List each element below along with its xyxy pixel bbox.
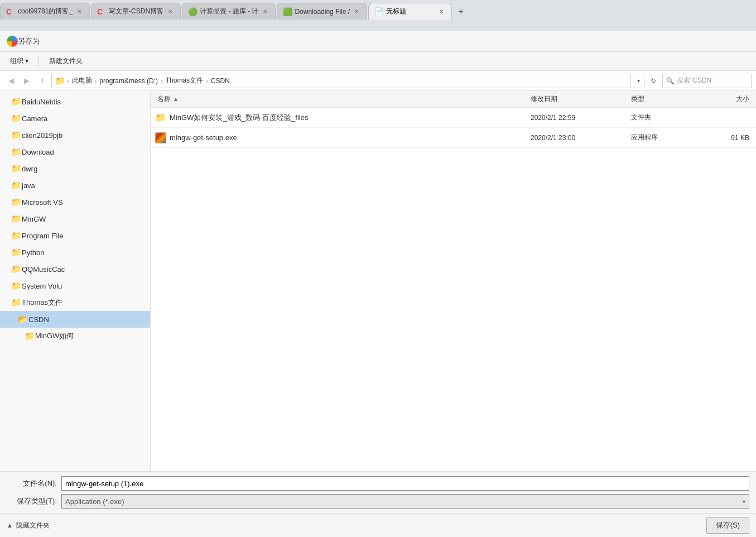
file-name-2: mingw-get-setup.exe bbox=[170, 133, 237, 142]
new-folder-button[interactable]: 新建文件夹 bbox=[44, 54, 88, 68]
tab-1-favicon: C bbox=[6, 7, 15, 16]
sidebar-item-label: java bbox=[22, 181, 35, 190]
file-column-header: 名称 ▲ 修改日期 类型 大小 bbox=[151, 91, 756, 108]
sidebar-item-programfiles[interactable]: 📁 Program File bbox=[0, 227, 150, 244]
file-dialog-content: 组织 ▾ 新建文件夹 ◀ ▶ ↑ 📁 › 此电脑 › program&mess … bbox=[0, 52, 756, 537]
refresh-button[interactable]: ↻ bbox=[647, 74, 660, 88]
tab-2[interactable]: C 写文章-CSDN博客 ✕ bbox=[91, 3, 181, 20]
file-name-1: MinGW如何安装_游戏_数码-百度经验_files bbox=[170, 113, 308, 123]
save-button[interactable]: 保存(S) bbox=[706, 517, 749, 534]
folder-icon: 📁 bbox=[11, 113, 22, 123]
folder-icon-open: 📂 bbox=[18, 314, 28, 324]
folder-icon: 📁 bbox=[11, 247, 22, 257]
sidebar-item-java[interactable]: 📁 java bbox=[0, 177, 150, 194]
sidebar-list: 📁 BaiduNetdis 📁 Camera 📁 clion2019pjb 📁 … bbox=[0, 91, 150, 347]
sidebar-item-baidunetdis[interactable]: 📁 BaiduNetdis bbox=[0, 93, 150, 110]
sidebar-item-clion[interactable]: 📁 clion2019pjb bbox=[0, 127, 150, 143]
search-icon: 🔍 bbox=[666, 77, 675, 85]
organize-button[interactable]: 组织 ▾ bbox=[4, 54, 34, 68]
sidebar-item-microsoft[interactable]: 📁 Microsoft VS bbox=[0, 194, 150, 210]
folder-icon: 📁 bbox=[11, 164, 22, 174]
col-type[interactable]: 类型 bbox=[629, 94, 696, 104]
forward-button[interactable]: ▶ bbox=[20, 74, 33, 88]
col-name[interactable]: 名称 ▲ bbox=[155, 94, 528, 104]
hidden-folders-toggle[interactable]: ▲ 隐藏文件夹 保存(S) bbox=[0, 513, 756, 537]
tab-1[interactable]: C cool99781的博客_ ✕ bbox=[0, 3, 90, 20]
sidebar-item-label: Camera bbox=[22, 114, 47, 123]
sidebar-item-mingw-subfolder[interactable]: 📁 MinGW如何 bbox=[0, 328, 150, 344]
breadcrumb-csdn[interactable]: CSDN bbox=[209, 77, 232, 85]
search-placeholder: 搜索"CSDN bbox=[677, 76, 711, 85]
filetype-select[interactable]: Application (*.exe) ▾ bbox=[61, 494, 749, 509]
breadcrumb-computer[interactable]: 此电脑 bbox=[70, 76, 94, 85]
sidebar: 📁 BaiduNetdis 📁 Camera 📁 clion2019pjb 📁 … bbox=[0, 91, 151, 471]
browser-chrome: C cool99781的博客_ ✕ C 写文章-CSDN博客 ✕ 🟢 计算邮资 … bbox=[0, 0, 756, 31]
tab-bar: C cool99781的博客_ ✕ C 写文章-CSDN博客 ✕ 🟢 计算邮资 … bbox=[0, 0, 756, 20]
sidebar-item-camera[interactable]: 📁 Camera bbox=[0, 110, 150, 127]
file-name-cell-2: mingw-get-setup.exe bbox=[155, 132, 528, 143]
file-area: 名称 ▲ 修改日期 类型 大小 bbox=[151, 91, 756, 471]
filename-row: 文件名(N): bbox=[7, 476, 749, 491]
sidebar-item-label: clion2019pjb bbox=[22, 131, 62, 140]
breadcrumb-thomas[interactable]: Thomas文件 bbox=[164, 76, 205, 85]
file-type-2: 应用程序 bbox=[629, 133, 696, 142]
sidebar-item-label: QQMusicCac bbox=[22, 265, 65, 274]
file-dialog-toolbar: 组织 ▾ 新建文件夹 bbox=[0, 52, 756, 71]
sidebar-item-label: CSDN bbox=[28, 315, 49, 324]
file-row-exe[interactable]: mingw-get-setup.exe 2020/2/1 23:00 应用程序 … bbox=[151, 128, 756, 148]
toggle-icon: ▲ bbox=[7, 522, 13, 529]
sidebar-item-label: BaiduNetdis bbox=[22, 98, 61, 106]
tab-2-close[interactable]: ✕ bbox=[166, 7, 175, 16]
sidebar-item-label: System Volu bbox=[22, 282, 62, 290]
col-size[interactable]: 大小 bbox=[696, 94, 752, 104]
tab-1-close[interactable]: ✕ bbox=[75, 7, 84, 16]
sidebar-item-mingw[interactable]: 📁 MinGW bbox=[0, 210, 150, 227]
sidebar-item-systemvolume[interactable]: 📁 System Volu bbox=[0, 277, 150, 294]
tab-5-close[interactable]: ✕ bbox=[437, 7, 446, 16]
folder-icon: 📁 bbox=[11, 264, 22, 274]
folder-icon: 📁 bbox=[11, 130, 22, 140]
tab-3-favicon: 🟢 bbox=[188, 7, 197, 16]
tab-1-label: cool99781的博客_ bbox=[18, 7, 73, 16]
sidebar-item-thomas[interactable]: 📁 Thomas文件 bbox=[0, 294, 150, 311]
exe-icon bbox=[155, 132, 166, 143]
tab-3-label: 计算邮资 - 题库 - 计 bbox=[200, 7, 258, 16]
col-date[interactable]: 修改日期 bbox=[528, 94, 629, 104]
breadcrumb-bar: ◀ ▶ ↑ 📁 › 此电脑 › program&mess (D:) › Thom… bbox=[0, 71, 756, 91]
sidebar-item-python[interactable]: 📁 Python bbox=[0, 244, 150, 261]
sidebar-item-qqmusic[interactable]: 📁 QQMusicCac bbox=[0, 261, 150, 277]
toggle-label: 隐藏文件夹 bbox=[16, 521, 50, 530]
drive-icon: 📁 bbox=[55, 76, 66, 86]
tab-4-favicon: 🟩 bbox=[283, 7, 292, 16]
sidebar-item-csdn[interactable]: 📂 CSDN bbox=[0, 311, 150, 328]
filetype-row: 保存类型(T): Application (*.exe) ▾ bbox=[7, 494, 749, 509]
tab-4-label: Downloading File / bbox=[295, 8, 350, 16]
folder-icon: 📁 bbox=[11, 97, 22, 107]
tab-3[interactable]: 🟢 计算邮资 - 题库 - 计 ✕ bbox=[182, 3, 276, 20]
sep-1: › bbox=[67, 78, 69, 84]
folder-icon: 📁 bbox=[11, 281, 22, 291]
breadcrumb-path[interactable]: 📁 › 此电脑 › program&mess (D:) › Thomas文件 ›… bbox=[51, 74, 631, 88]
tab-2-label: 写文章-CSDN博客 bbox=[109, 7, 163, 16]
sep-3: › bbox=[161, 78, 163, 84]
tab-5[interactable]: 📄 无标题 ✕ bbox=[368, 3, 452, 20]
back-button[interactable]: ◀ bbox=[4, 74, 18, 88]
sidebar-item-label: MinGW如何 bbox=[35, 331, 74, 341]
search-box[interactable]: 🔍 搜索"CSDN bbox=[662, 74, 752, 88]
tab-5-label: 无标题 bbox=[386, 7, 435, 16]
tab-2-favicon: C bbox=[97, 7, 106, 16]
tab-3-close[interactable]: ✕ bbox=[261, 7, 269, 16]
sidebar-item-download[interactable]: 📁 Download bbox=[0, 143, 150, 160]
sidebar-item-dwrg[interactable]: 📁 dwrg bbox=[0, 160, 150, 177]
up-button[interactable]: ↑ bbox=[36, 74, 49, 88]
filename-input[interactable] bbox=[61, 476, 749, 491]
breadcrumb-dropdown[interactable]: ▾ bbox=[633, 74, 644, 88]
new-tab-button[interactable]: + bbox=[453, 4, 469, 20]
main-area: 📁 BaiduNetdis 📁 Camera 📁 clion2019pjb 📁 … bbox=[0, 91, 756, 471]
folder-icon: 📁 bbox=[25, 331, 35, 341]
breadcrumb-drive[interactable]: program&mess (D:) bbox=[98, 77, 160, 85]
tab-4-close[interactable]: ✕ bbox=[352, 7, 361, 16]
tab-4[interactable]: 🟩 Downloading File / ✕ bbox=[277, 3, 367, 20]
folder-icon: 📁 bbox=[11, 147, 22, 157]
file-row-folder[interactable]: 📁 MinGW如何安装_游戏_数码-百度经验_files 2020/2/1 22… bbox=[151, 108, 756, 128]
